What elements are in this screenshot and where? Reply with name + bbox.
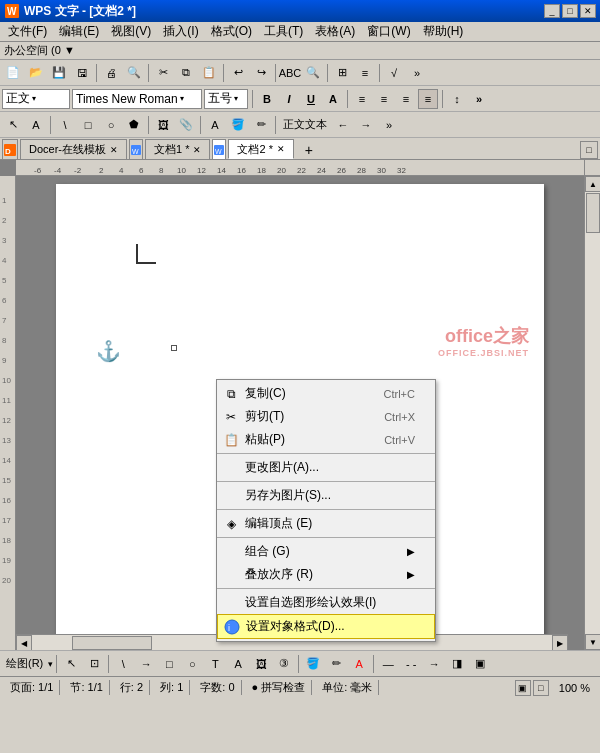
- arrow-left-button[interactable]: ←: [332, 114, 354, 136]
- h-scroll-thumb[interactable]: [72, 636, 152, 650]
- btm-textbox-btn[interactable]: T: [204, 653, 226, 675]
- btm-rect-btn[interactable]: □: [158, 653, 180, 675]
- menu-window[interactable]: 窗口(W): [361, 21, 416, 42]
- menu-view[interactable]: 视图(V): [105, 21, 157, 42]
- align-left-button[interactable]: ≡: [352, 89, 372, 109]
- minimize-button[interactable]: _: [544, 4, 560, 18]
- line-color-button[interactable]: ✏: [250, 114, 272, 136]
- strikethrough-button[interactable]: A: [323, 89, 343, 109]
- tab-doc1[interactable]: 文档1 * ✕: [145, 139, 210, 159]
- align-right-button[interactable]: ≡: [396, 89, 416, 109]
- status-spell[interactable]: ● 拼写检查: [246, 680, 313, 695]
- draw-rect-button[interactable]: □: [77, 114, 99, 136]
- btm-shadow-btn[interactable]: ◨: [446, 653, 468, 675]
- align-center-button[interactable]: ≡: [374, 89, 394, 109]
- font-dropdown[interactable]: Times New Roman ▾: [72, 89, 202, 109]
- v-scrollbar[interactable]: ▲ ▼: [584, 176, 600, 650]
- print-preview-button[interactable]: 🔍: [123, 62, 145, 84]
- btm-ellipse-btn[interactable]: ○: [181, 653, 203, 675]
- redo-button[interactable]: ↪: [250, 62, 272, 84]
- cut-button[interactable]: ✂: [152, 62, 174, 84]
- ctx-group[interactable]: 组合 (G) ▶: [217, 540, 435, 563]
- open-button[interactable]: 📂: [25, 62, 47, 84]
- close-button[interactable]: ✕: [580, 4, 596, 18]
- menu-tools[interactable]: 工具(T): [258, 21, 309, 42]
- drawing-dropdown-arrow[interactable]: ▾: [48, 659, 53, 669]
- paste-button[interactable]: 📋: [198, 62, 220, 84]
- ctx-saveas[interactable]: 另存为图片(S)...: [217, 484, 435, 507]
- view-page-btn[interactable]: □: [533, 680, 549, 696]
- copy-button[interactable]: ⧉: [175, 62, 197, 84]
- menu-edit[interactable]: 编辑(E): [53, 21, 105, 42]
- tab-doc1-close[interactable]: ✕: [193, 145, 201, 155]
- insert-image-button[interactable]: 🖼: [152, 114, 174, 136]
- align-justify-button[interactable]: ≡: [418, 89, 438, 109]
- scroll-up-btn[interactable]: ▲: [585, 176, 600, 192]
- v-scroll-thumb[interactable]: [586, 193, 600, 233]
- draw-text-button[interactable]: A: [25, 114, 47, 136]
- draw-ellipse-button[interactable]: ○: [100, 114, 122, 136]
- btm-autofit-btn[interactable]: ⊡: [83, 653, 105, 675]
- font-color-button[interactable]: A: [204, 114, 226, 136]
- ctx-cut[interactable]: ✂ 剪切(T) Ctrl+X: [217, 405, 435, 428]
- size-dropdown[interactable]: 五号 ▾: [204, 89, 248, 109]
- menu-insert[interactable]: 插入(I): [157, 21, 204, 42]
- menu-format[interactable]: 格式(O): [205, 21, 258, 42]
- bold-button[interactable]: B: [257, 89, 277, 109]
- ctx-setformat[interactable]: i 设置对象格式(D)...: [217, 614, 435, 639]
- italic-button[interactable]: I: [279, 89, 299, 109]
- extra-button[interactable]: »: [378, 114, 400, 136]
- tab-scroll-button[interactable]: □: [580, 141, 598, 159]
- v-scroll-track[interactable]: [585, 192, 600, 634]
- menu-table[interactable]: 表格(A): [309, 21, 361, 42]
- draw-select-button[interactable]: ↖: [2, 114, 24, 136]
- tab-doc2-close[interactable]: ✕: [277, 144, 285, 154]
- menu-help[interactable]: 帮助(H): [417, 21, 470, 42]
- tab-docer-close[interactable]: ✕: [110, 145, 118, 155]
- ctx-order[interactable]: 叠放次序 (R) ▶: [217, 563, 435, 586]
- tab-doc2[interactable]: 文档2 * ✕: [228, 139, 293, 159]
- btm-3deffect-btn[interactable]: ▣: [469, 653, 491, 675]
- new-tab-button[interactable]: +: [300, 141, 318, 159]
- window-controls[interactable]: _ □ ✕: [544, 4, 596, 18]
- line-spacing-button[interactable]: ↕: [447, 89, 467, 109]
- undo-button[interactable]: ↩: [227, 62, 249, 84]
- more-format-button[interactable]: »: [469, 89, 489, 109]
- save-button[interactable]: 💾: [48, 62, 70, 84]
- document-area[interactable]: ⚓ office之家 OFFICE.JBSI.NET ⧉ 复制(C) C: [16, 176, 584, 650]
- find-button[interactable]: 🔍: [302, 62, 324, 84]
- columns-button[interactable]: ≡: [354, 62, 376, 84]
- style-dropdown[interactable]: 正文 ▾: [2, 89, 70, 109]
- table-button[interactable]: ⊞: [331, 62, 353, 84]
- btm-linecolor-btn[interactable]: ✏: [325, 653, 347, 675]
- spellcheck-button[interactable]: ABC: [279, 62, 301, 84]
- scroll-right-btn[interactable]: ▶: [552, 635, 568, 650]
- tab-docer[interactable]: Docer-在线模板 ✕: [20, 139, 127, 159]
- scroll-left-btn[interactable]: ◀: [16, 635, 32, 650]
- maximize-button[interactable]: □: [562, 4, 578, 18]
- btm-line-btn[interactable]: \: [112, 653, 134, 675]
- ctx-setdefault[interactable]: 设置自选图形绘认效果(I): [217, 591, 435, 614]
- btm-dashstyle-btn[interactable]: - -: [400, 653, 422, 675]
- underline-button[interactable]: U: [301, 89, 321, 109]
- ctx-editpoints[interactable]: ◈ 编辑顶点 (E): [217, 512, 435, 535]
- formula-button[interactable]: √: [383, 62, 405, 84]
- ctx-reformat[interactable]: 更改图片(A)...: [217, 456, 435, 479]
- btm-linestyle-btn[interactable]: —: [377, 653, 399, 675]
- view-normal-btn[interactable]: ▣: [515, 680, 531, 696]
- ctx-copy[interactable]: ⧉ 复制(C) Ctrl+C: [217, 382, 435, 405]
- scroll-down-btn[interactable]: ▼: [585, 634, 600, 650]
- insert-clip-button[interactable]: 📎: [175, 114, 197, 136]
- print-button[interactable]: 🖨: [100, 62, 122, 84]
- menu-file[interactable]: 文件(F): [2, 21, 53, 42]
- btm-select-btn[interactable]: ↖: [60, 653, 82, 675]
- arrow-right-button[interactable]: →: [355, 114, 377, 136]
- btm-3d-btn[interactable]: ③: [273, 653, 295, 675]
- btm-arrowstyle-btn[interactable]: →: [423, 653, 445, 675]
- btm-wordart-btn[interactable]: A: [227, 653, 249, 675]
- btm-arrow-btn[interactable]: →: [135, 653, 157, 675]
- more-button[interactable]: »: [406, 62, 428, 84]
- btm-fontcolor-btn[interactable]: A: [348, 653, 370, 675]
- draw-line-button[interactable]: \: [54, 114, 76, 136]
- fill-color-button[interactable]: 🪣: [227, 114, 249, 136]
